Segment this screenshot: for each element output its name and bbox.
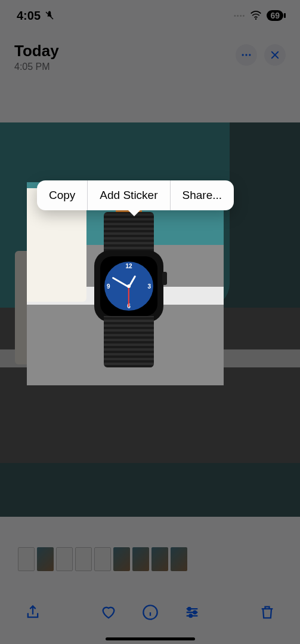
svg-point-0 xyxy=(255,19,257,20)
context-menu: Copy Add Sticker Share... xyxy=(37,180,234,210)
svg-point-6 xyxy=(193,611,196,614)
status-dots: •••• xyxy=(234,12,245,19)
close-button[interactable] xyxy=(264,44,286,66)
svg-point-7 xyxy=(189,615,192,618)
battery-indicator: 69 xyxy=(267,10,283,21)
add-sticker-button[interactable]: Add Sticker xyxy=(88,180,169,210)
status-right: •••• 69 xyxy=(234,10,283,22)
bottom-toolbar xyxy=(0,594,300,631)
sliders-icon xyxy=(184,604,200,621)
copy-button[interactable]: Copy xyxy=(37,180,87,210)
thumbnail-selected[interactable] xyxy=(113,547,130,571)
share-button[interactable]: Share... xyxy=(171,180,234,210)
thumbnail[interactable] xyxy=(56,547,73,571)
thumbnail-strip[interactable] xyxy=(0,544,300,575)
thumbnail[interactable] xyxy=(132,547,149,571)
favorite-button[interactable] xyxy=(100,603,117,621)
status-time: 4:05 xyxy=(17,9,41,23)
ellipsis-icon xyxy=(240,49,252,61)
status-bar: 4:05 •••• 69 xyxy=(0,0,300,31)
close-icon xyxy=(270,50,280,60)
photos-app-screen: 4:05 •••• 69 Today 4:05 PM xyxy=(0,0,300,644)
share-sheet-button[interactable] xyxy=(24,603,42,621)
edit-button[interactable] xyxy=(183,603,201,621)
svg-point-5 xyxy=(188,608,191,611)
trash-icon xyxy=(259,604,276,621)
home-indicator[interactable] xyxy=(106,637,195,640)
info-button[interactable] xyxy=(141,603,159,621)
battery-level: 69 xyxy=(270,11,280,20)
delete-button[interactable] xyxy=(258,603,276,621)
photo-date-title: Today xyxy=(14,42,59,60)
more-button[interactable] xyxy=(236,44,257,66)
share-icon xyxy=(24,604,41,621)
svg-point-2 xyxy=(245,54,247,56)
info-icon xyxy=(142,604,159,621)
heart-icon xyxy=(100,604,117,621)
thumbnail[interactable] xyxy=(37,547,54,571)
thumbnail[interactable] xyxy=(94,547,111,571)
photo-time-subtitle: 4:05 PM xyxy=(14,62,59,72)
wifi-icon xyxy=(250,10,262,22)
svg-point-1 xyxy=(242,54,244,56)
thumbnail[interactable] xyxy=(171,547,187,571)
silent-icon xyxy=(44,10,55,21)
thumbnail[interactable] xyxy=(18,547,35,571)
svg-point-3 xyxy=(249,54,250,56)
status-time-area: 4:05 xyxy=(17,9,55,23)
photo-header: Today 4:05 PM xyxy=(0,36,300,83)
thumbnail[interactable] xyxy=(151,547,168,571)
thumbnail[interactable] xyxy=(75,547,92,571)
